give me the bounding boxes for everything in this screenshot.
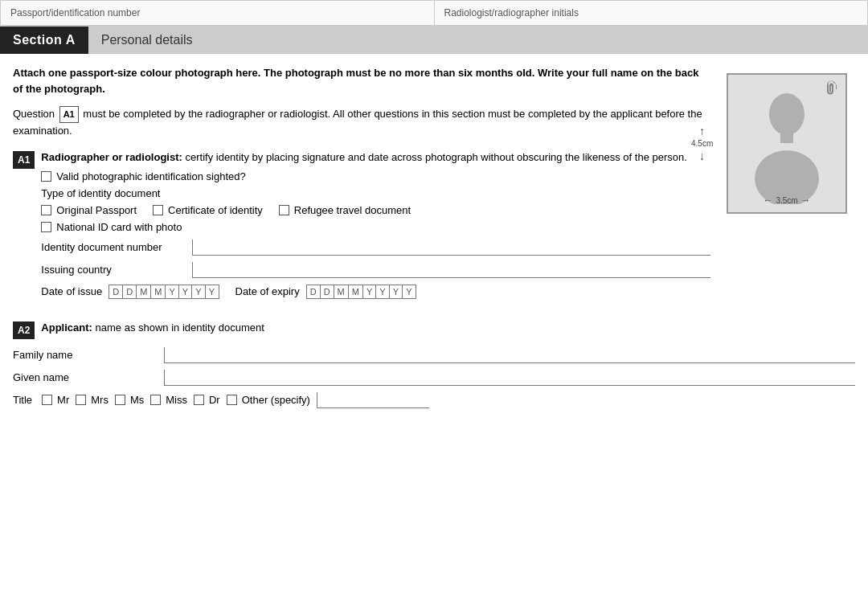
date-expiry-y1: Y <box>363 285 376 298</box>
date-issue-m1: M <box>137 285 151 298</box>
title-row: Title Mr Mrs Ms Miss Dr Other (specify) <box>13 392 855 408</box>
title-other-checkbox[interactable] <box>227 395 237 405</box>
date-issue-label: Date of issue <box>41 285 102 297</box>
a1-block: A1 Radiographer or radiologist: certify … <box>13 149 710 305</box>
title-label: Title <box>13 394 32 406</box>
date-issue-m2: M <box>151 285 166 298</box>
a1-title: Radiographer or radiologist: <box>41 151 182 163</box>
date-expiry-label: Date of expiry <box>235 285 300 297</box>
a2-content: Applicant: name as shown in identity doc… <box>41 320 855 339</box>
identity-doc-row: Identity document number <box>41 240 710 256</box>
question-note: Question A1 must be completed by the rad… <box>13 106 710 138</box>
valid-photo-id-checkbox[interactable] <box>41 171 51 182</box>
date-expiry-m1: M <box>334 285 349 298</box>
title-miss: Miss <box>150 394 187 406</box>
photo-width-row: ← 3.5cm → <box>728 195 845 206</box>
date-expiry-group: Date of expiry D D M M Y Y Y Y <box>235 285 416 299</box>
section-title: Personal details <box>88 27 206 54</box>
certificate-checkbox[interactable] <box>153 205 163 215</box>
title-dr-checkbox[interactable] <box>194 395 204 405</box>
title-dr-label: Dr <box>209 394 220 406</box>
date-expiry-m2: M <box>349 285 363 298</box>
silhouette-svg <box>747 84 827 204</box>
title-mr: Mr <box>42 394 69 406</box>
date-expiry-d2: D <box>321 285 334 298</box>
svg-rect-1 <box>780 132 793 143</box>
photo-notice: Attach one passport-size colour photogra… <box>13 65 710 96</box>
identity-doc-input[interactable] <box>192 240 710 256</box>
option-refugee: Refugee travel document <box>279 204 411 216</box>
arrow-down: ↓ <box>699 149 705 162</box>
title-mrs-label: Mrs <box>91 394 108 406</box>
date-expiry-y3: Y <box>390 285 403 298</box>
arrow-right: → <box>801 195 811 206</box>
certificate-label: Certificate of identity <box>168 204 263 216</box>
dates-row: Date of issue D D M M Y Y Y Y <box>41 285 710 299</box>
family-name-input[interactable] <box>164 347 855 363</box>
title-dr: Dr <box>194 394 220 406</box>
original-passport-checkbox[interactable] <box>41 205 51 215</box>
a1-description: certify identity by placing signature an… <box>185 151 686 163</box>
section-header: Section A Personal details <box>0 27 868 54</box>
title-mr-label: Mr <box>57 394 69 406</box>
question-note-suffix: must be completed by the radiographer or… <box>13 108 702 137</box>
issuing-country-row: Issuing country <box>41 262 710 278</box>
date-issue-d2: D <box>123 285 137 298</box>
top-bar: Passport/identification number Radiologi… <box>0 0 868 27</box>
passport-id-field: Passport/identification number <box>0 0 434 26</box>
title-other-input[interactable] <box>317 392 429 408</box>
arrow-up: ↑ <box>699 125 705 137</box>
date-issue-group: Date of issue D D M M Y Y Y Y <box>41 285 219 299</box>
original-passport-label: Original Passport <box>56 204 137 216</box>
date-issue-y4: Y <box>206 285 219 298</box>
photo-area: ↑ 4.5cm ↓ ← <box>727 65 855 313</box>
a1-content: Radiographer or radiologist: certify ide… <box>41 149 710 305</box>
given-name-label: Given name <box>13 371 158 383</box>
height-value: 4.5cm <box>691 139 713 148</box>
a2-number: A2 <box>13 321 35 339</box>
date-issue-y2: Y <box>179 285 192 298</box>
family-name-label: Family name <box>13 349 158 361</box>
date-issue-d1: D <box>109 285 123 298</box>
date-issue-field[interactable]: D D M M Y Y Y Y <box>108 285 219 299</box>
given-name-row: Given name <box>13 370 855 386</box>
a2-description: name as shown in identity document <box>96 321 264 334</box>
date-issue-y3: Y <box>192 285 205 298</box>
photo-height-label: ↑ 4.5cm ↓ <box>691 73 713 214</box>
id-options-row1: Original Passport Certificate of identit… <box>41 204 710 216</box>
a2-title: Applicant: <box>41 321 92 334</box>
question-note-prefix: Question <box>13 108 55 120</box>
title-mrs-checkbox[interactable] <box>76 395 86 405</box>
refugee-checkbox[interactable] <box>279 205 289 215</box>
type-label: Type of identity document <box>41 187 710 199</box>
issuing-country-label: Issuing country <box>41 264 186 276</box>
title-miss-checkbox[interactable] <box>150 395 161 405</box>
a2-block: A2 Applicant: name as shown in identity … <box>13 320 855 339</box>
valid-photo-id-row: Valid photographic identification sighte… <box>41 170 710 182</box>
photo-box: ← 3.5cm → <box>727 73 847 214</box>
paperclip-icon <box>823 80 839 98</box>
national-id-checkbox[interactable] <box>41 222 51 232</box>
id-options-row2: National ID card with photo <box>41 221 710 233</box>
title-ms: Ms <box>115 394 144 406</box>
main-content: Attach one passport-size colour photogra… <box>0 54 868 320</box>
given-name-input[interactable] <box>164 370 855 386</box>
issuing-country-input[interactable] <box>192 262 710 278</box>
title-other-label: Other (specify) <box>242 394 310 406</box>
identity-doc-label: Identity document number <box>41 241 186 253</box>
title-miss-label: Miss <box>166 394 187 406</box>
a2-section: A2 Applicant: name as shown in identity … <box>0 320 868 421</box>
title-ms-checkbox[interactable] <box>115 395 125 405</box>
title-ms-label: Ms <box>130 394 144 406</box>
radiologist-initials-field: Radiologist/radiographer initials <box>434 0 869 26</box>
section-label: Section A <box>0 27 88 54</box>
date-expiry-y4: Y <box>403 285 416 298</box>
title-mr-checkbox[interactable] <box>42 395 52 405</box>
svg-point-0 <box>769 93 805 135</box>
date-expiry-d1: D <box>307 285 321 298</box>
title-other: Other (specify) <box>227 394 310 406</box>
question-badge: A1 <box>59 106 79 123</box>
date-expiry-field[interactable]: D D M M Y Y Y Y <box>306 285 416 299</box>
photo-container: ↑ 4.5cm ↓ ← <box>727 73 855 214</box>
refugee-label: Refugee travel document <box>294 204 411 216</box>
